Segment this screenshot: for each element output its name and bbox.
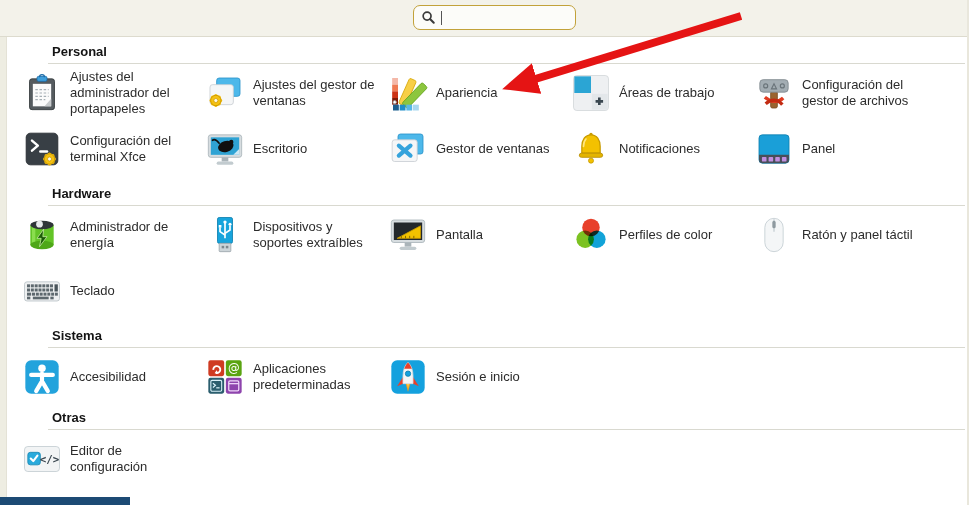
section-divider: [48, 63, 965, 64]
settings-item-clipboard-manager[interactable]: Ajustes del administrador del portapapel…: [22, 68, 205, 118]
settings-item-appearance[interactable]: Apariencia: [388, 68, 571, 118]
svg-text:@: @: [228, 361, 240, 375]
settings-editor-icon: </>: [22, 439, 62, 479]
search-input[interactable]: [447, 10, 568, 25]
settings-item-color-profiles[interactable]: Perfiles de color: [571, 210, 754, 260]
settings-item-panel[interactable]: Panel: [754, 124, 937, 174]
window-manager-icon: [388, 129, 428, 169]
settings-item-label: Aplicaciones predeterminadas: [253, 361, 379, 393]
search-icon: [421, 10, 436, 25]
background-window-fragment: [0, 497, 130, 505]
color-profiles-icon: [571, 215, 611, 255]
section-divider: [48, 205, 965, 206]
file-manager-icon: [754, 73, 794, 113]
settings-item-display[interactable]: Pantalla: [388, 210, 571, 260]
settings-item-label: Sesión e inicio: [436, 369, 520, 385]
settings-item-label: Configuración del terminal Xfce: [70, 133, 196, 165]
settings-item-accessibility[interactable]: Accesibilidad: [22, 352, 205, 402]
section-otras: Otras </> Editor de configuración: [8, 410, 967, 484]
settings-item-label: Ratón y panel táctil: [802, 227, 913, 243]
section-divider: [48, 347, 965, 348]
settings-item-label: Ajustes del gestor de ventanas: [253, 77, 379, 109]
power-manager-icon: [22, 215, 62, 255]
settings-item-xfce-terminal-settings[interactable]: Configuración del terminal Xfce: [22, 124, 205, 174]
display-icon: [388, 215, 428, 255]
mouse-icon: [754, 215, 794, 255]
settings-item-workspaces[interactable]: Áreas de trabajo: [571, 68, 754, 118]
settings-item-label: Accesibilidad: [70, 369, 146, 385]
search-box[interactable]: [413, 5, 576, 30]
settings-item-window-manager[interactable]: Gestor de ventanas: [388, 124, 571, 174]
settings-item-label: Gestor de ventanas: [436, 141, 549, 157]
settings-item-label: Notificaciones: [619, 141, 700, 157]
settings-item-label: Configuración del gestor de archivos: [802, 77, 928, 109]
settings-item-label: Apariencia: [436, 85, 497, 101]
settings-item-label: Ajustes del administrador del portapapel…: [70, 69, 196, 117]
default-applications-icon: @: [205, 357, 245, 397]
section-header-personal: Personal: [52, 44, 967, 59]
settings-item-settings-editor[interactable]: </> Editor de configuración: [22, 434, 205, 484]
section-divider: [48, 429, 965, 430]
svg-text:</>: </>: [40, 453, 60, 466]
settings-item-label: Teclado: [70, 283, 115, 299]
accessibility-icon: [22, 357, 62, 397]
settings-item-keyboard[interactable]: Teclado: [22, 266, 205, 316]
toolbar: [0, 0, 969, 37]
desktop-icon: [205, 129, 245, 169]
settings-item-file-manager[interactable]: Configuración del gestor de archivos: [754, 68, 937, 118]
clipboard-manager-icon: [22, 73, 62, 113]
settings-item-label: Pantalla: [436, 227, 483, 243]
window-left-edge: [0, 37, 7, 505]
settings-item-label: Escritorio: [253, 141, 307, 157]
settings-item-label: Áreas de trabajo: [619, 85, 714, 101]
keyboard-icon: [22, 271, 62, 311]
settings-item-label: Perfiles de color: [619, 227, 712, 243]
settings-item-label: Administrador de energía: [70, 219, 196, 251]
appearance-icon: [388, 73, 428, 113]
section-sistema: Sistema Accesibilidad: [8, 328, 967, 402]
settings-item-label: Dispositivos y soportes extraíbles: [253, 219, 379, 251]
window-manager-tweaks-icon: [205, 73, 245, 113]
section-personal: Personal Ajus: [8, 44, 967, 174]
terminal-icon: [22, 129, 62, 169]
settings-item-mouse-touchpad[interactable]: Ratón y panel táctil: [754, 210, 937, 260]
settings-item-label: Panel: [802, 141, 835, 157]
section-hardware: Hardware Administrador de energía: [8, 186, 967, 316]
settings-item-label: Editor de configuración: [70, 443, 196, 475]
session-startup-icon: [388, 357, 428, 397]
settings-item-removable-media[interactable]: Dispositivos y soportes extraíbles: [205, 210, 388, 260]
text-cursor: [441, 11, 442, 25]
notifications-bell-icon: [571, 129, 611, 169]
removable-media-icon: [205, 215, 245, 255]
settings-item-default-applications[interactable]: @ Aplicaciones predeterminadas: [205, 352, 388, 402]
settings-item-desktop[interactable]: Escritorio: [205, 124, 388, 174]
panel-icon: [754, 129, 794, 169]
section-header-otras: Otras: [52, 410, 967, 425]
settings-item-session-startup[interactable]: Sesión e inicio: [388, 352, 571, 402]
settings-item-window-manager-tweaks[interactable]: Ajustes del gestor de ventanas: [205, 68, 388, 118]
settings-item-power-manager[interactable]: Administrador de energía: [22, 210, 205, 260]
section-header-sistema: Sistema: [52, 328, 967, 343]
settings-manager-content: Personal Ajus: [8, 37, 967, 505]
settings-item-notifications[interactable]: Notificaciones: [571, 124, 754, 174]
section-header-hardware: Hardware: [52, 186, 967, 201]
workspaces-icon: [571, 73, 611, 113]
